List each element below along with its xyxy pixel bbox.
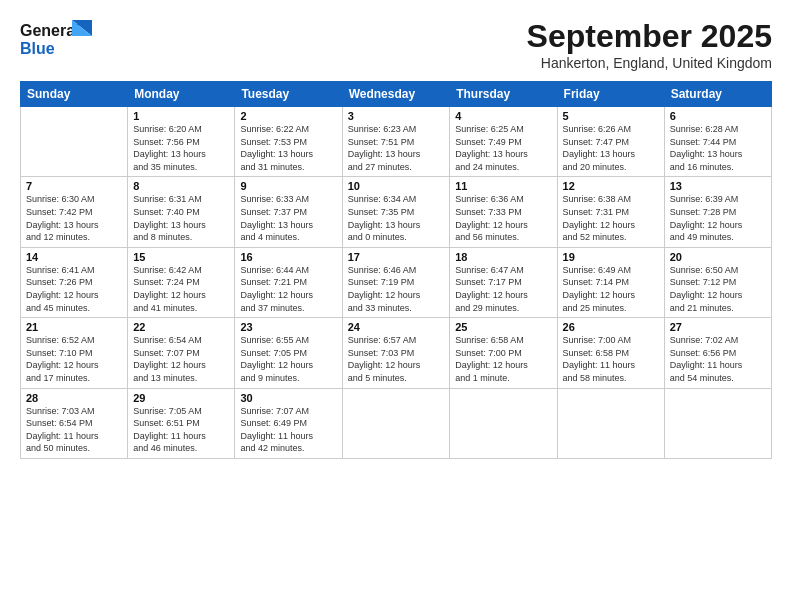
- day-number: 18: [455, 251, 551, 263]
- table-row: 29Sunrise: 7:05 AM Sunset: 6:51 PM Dayli…: [128, 388, 235, 458]
- day-number: 16: [240, 251, 336, 263]
- table-row: [450, 388, 557, 458]
- table-row: 28Sunrise: 7:03 AM Sunset: 6:54 PM Dayli…: [21, 388, 128, 458]
- table-row: 30Sunrise: 7:07 AM Sunset: 6:49 PM Dayli…: [235, 388, 342, 458]
- table-row: 20Sunrise: 6:50 AM Sunset: 7:12 PM Dayli…: [664, 247, 771, 317]
- table-row: 12Sunrise: 6:38 AM Sunset: 7:31 PM Dayli…: [557, 177, 664, 247]
- day-number: 2: [240, 110, 336, 122]
- cell-info: Sunrise: 6:58 AM Sunset: 7:00 PM Dayligh…: [455, 334, 551, 384]
- day-number: 25: [455, 321, 551, 333]
- cell-info: Sunrise: 6:20 AM Sunset: 7:56 PM Dayligh…: [133, 123, 229, 173]
- cell-info: Sunrise: 6:50 AM Sunset: 7:12 PM Dayligh…: [670, 264, 766, 314]
- cell-info: Sunrise: 7:00 AM Sunset: 6:58 PM Dayligh…: [563, 334, 659, 384]
- cell-info: Sunrise: 7:02 AM Sunset: 6:56 PM Dayligh…: [670, 334, 766, 384]
- day-number: 24: [348, 321, 445, 333]
- day-number: 8: [133, 180, 229, 192]
- table-row: 11Sunrise: 6:36 AM Sunset: 7:33 PM Dayli…: [450, 177, 557, 247]
- table-row: 21Sunrise: 6:52 AM Sunset: 7:10 PM Dayli…: [21, 318, 128, 388]
- cell-info: Sunrise: 6:57 AM Sunset: 7:03 PM Dayligh…: [348, 334, 445, 384]
- table-row: [557, 388, 664, 458]
- day-number: 13: [670, 180, 766, 192]
- day-number: 9: [240, 180, 336, 192]
- day-number: 10: [348, 180, 445, 192]
- location: Hankerton, England, United Kingdom: [527, 55, 772, 71]
- day-number: 28: [26, 392, 122, 404]
- table-row: 9Sunrise: 6:33 AM Sunset: 7:37 PM Daylig…: [235, 177, 342, 247]
- day-number: 11: [455, 180, 551, 192]
- table-row: 18Sunrise: 6:47 AM Sunset: 7:17 PM Dayli…: [450, 247, 557, 317]
- day-number: 26: [563, 321, 659, 333]
- col-friday: Friday: [557, 82, 664, 107]
- cell-info: Sunrise: 6:22 AM Sunset: 7:53 PM Dayligh…: [240, 123, 336, 173]
- table-row: 10Sunrise: 6:34 AM Sunset: 7:35 PM Dayli…: [342, 177, 450, 247]
- calendar-week-row: 28Sunrise: 7:03 AM Sunset: 6:54 PM Dayli…: [21, 388, 772, 458]
- cell-info: Sunrise: 6:55 AM Sunset: 7:05 PM Dayligh…: [240, 334, 336, 384]
- calendar-week-row: 1Sunrise: 6:20 AM Sunset: 7:56 PM Daylig…: [21, 107, 772, 177]
- month-title: September 2025: [527, 18, 772, 55]
- cell-info: Sunrise: 6:31 AM Sunset: 7:40 PM Dayligh…: [133, 193, 229, 243]
- svg-text:General: General: [20, 22, 80, 39]
- day-number: 19: [563, 251, 659, 263]
- table-row: 17Sunrise: 6:46 AM Sunset: 7:19 PM Dayli…: [342, 247, 450, 317]
- cell-info: Sunrise: 6:34 AM Sunset: 7:35 PM Dayligh…: [348, 193, 445, 243]
- table-row: 7Sunrise: 6:30 AM Sunset: 7:42 PM Daylig…: [21, 177, 128, 247]
- cell-info: Sunrise: 6:46 AM Sunset: 7:19 PM Dayligh…: [348, 264, 445, 314]
- cell-info: Sunrise: 6:47 AM Sunset: 7:17 PM Dayligh…: [455, 264, 551, 314]
- day-number: 12: [563, 180, 659, 192]
- table-row: [21, 107, 128, 177]
- day-number: 3: [348, 110, 445, 122]
- cell-info: Sunrise: 6:52 AM Sunset: 7:10 PM Dayligh…: [26, 334, 122, 384]
- table-row: 1Sunrise: 6:20 AM Sunset: 7:56 PM Daylig…: [128, 107, 235, 177]
- col-sunday: Sunday: [21, 82, 128, 107]
- day-number: 7: [26, 180, 122, 192]
- cell-info: Sunrise: 6:36 AM Sunset: 7:33 PM Dayligh…: [455, 193, 551, 243]
- cell-info: Sunrise: 6:39 AM Sunset: 7:28 PM Dayligh…: [670, 193, 766, 243]
- table-row: 27Sunrise: 7:02 AM Sunset: 6:56 PM Dayli…: [664, 318, 771, 388]
- cell-info: Sunrise: 6:25 AM Sunset: 7:49 PM Dayligh…: [455, 123, 551, 173]
- col-thursday: Thursday: [450, 82, 557, 107]
- table-row: 25Sunrise: 6:58 AM Sunset: 7:00 PM Dayli…: [450, 318, 557, 388]
- day-number: 4: [455, 110, 551, 122]
- table-row: 15Sunrise: 6:42 AM Sunset: 7:24 PM Dayli…: [128, 247, 235, 317]
- day-number: 23: [240, 321, 336, 333]
- day-number: 17: [348, 251, 445, 263]
- cell-info: Sunrise: 7:03 AM Sunset: 6:54 PM Dayligh…: [26, 405, 122, 455]
- table-row: 4Sunrise: 6:25 AM Sunset: 7:49 PM Daylig…: [450, 107, 557, 177]
- col-tuesday: Tuesday: [235, 82, 342, 107]
- table-row: 6Sunrise: 6:28 AM Sunset: 7:44 PM Daylig…: [664, 107, 771, 177]
- table-row: 5Sunrise: 6:26 AM Sunset: 7:47 PM Daylig…: [557, 107, 664, 177]
- day-number: 1: [133, 110, 229, 122]
- col-monday: Monday: [128, 82, 235, 107]
- col-wednesday: Wednesday: [342, 82, 450, 107]
- table-row: 8Sunrise: 6:31 AM Sunset: 7:40 PM Daylig…: [128, 177, 235, 247]
- cell-info: Sunrise: 6:28 AM Sunset: 7:44 PM Dayligh…: [670, 123, 766, 173]
- title-section: September 2025 Hankerton, England, Unite…: [527, 18, 772, 71]
- cell-info: Sunrise: 6:23 AM Sunset: 7:51 PM Dayligh…: [348, 123, 445, 173]
- table-row: 26Sunrise: 7:00 AM Sunset: 6:58 PM Dayli…: [557, 318, 664, 388]
- calendar-header-row: Sunday Monday Tuesday Wednesday Thursday…: [21, 82, 772, 107]
- day-number: 14: [26, 251, 122, 263]
- day-number: 29: [133, 392, 229, 404]
- day-number: 15: [133, 251, 229, 263]
- header: General Blue September 2025 Hankerton, E…: [20, 18, 772, 71]
- cell-info: Sunrise: 6:33 AM Sunset: 7:37 PM Dayligh…: [240, 193, 336, 243]
- day-number: 6: [670, 110, 766, 122]
- cell-info: Sunrise: 6:54 AM Sunset: 7:07 PM Dayligh…: [133, 334, 229, 384]
- calendar-week-row: 21Sunrise: 6:52 AM Sunset: 7:10 PM Dayli…: [21, 318, 772, 388]
- cell-info: Sunrise: 6:42 AM Sunset: 7:24 PM Dayligh…: [133, 264, 229, 314]
- table-row: 23Sunrise: 6:55 AM Sunset: 7:05 PM Dayli…: [235, 318, 342, 388]
- table-row: 24Sunrise: 6:57 AM Sunset: 7:03 PM Dayli…: [342, 318, 450, 388]
- calendar-week-row: 14Sunrise: 6:41 AM Sunset: 7:26 PM Dayli…: [21, 247, 772, 317]
- table-row: 3Sunrise: 6:23 AM Sunset: 7:51 PM Daylig…: [342, 107, 450, 177]
- cell-info: Sunrise: 6:30 AM Sunset: 7:42 PM Dayligh…: [26, 193, 122, 243]
- cell-info: Sunrise: 6:41 AM Sunset: 7:26 PM Dayligh…: [26, 264, 122, 314]
- day-number: 27: [670, 321, 766, 333]
- day-number: 22: [133, 321, 229, 333]
- page: General Blue September 2025 Hankerton, E…: [0, 0, 792, 612]
- table-row: 16Sunrise: 6:44 AM Sunset: 7:21 PM Dayli…: [235, 247, 342, 317]
- table-row: 14Sunrise: 6:41 AM Sunset: 7:26 PM Dayli…: [21, 247, 128, 317]
- svg-text:Blue: Blue: [20, 40, 55, 57]
- cell-info: Sunrise: 6:49 AM Sunset: 7:14 PM Dayligh…: [563, 264, 659, 314]
- day-number: 30: [240, 392, 336, 404]
- table-row: [342, 388, 450, 458]
